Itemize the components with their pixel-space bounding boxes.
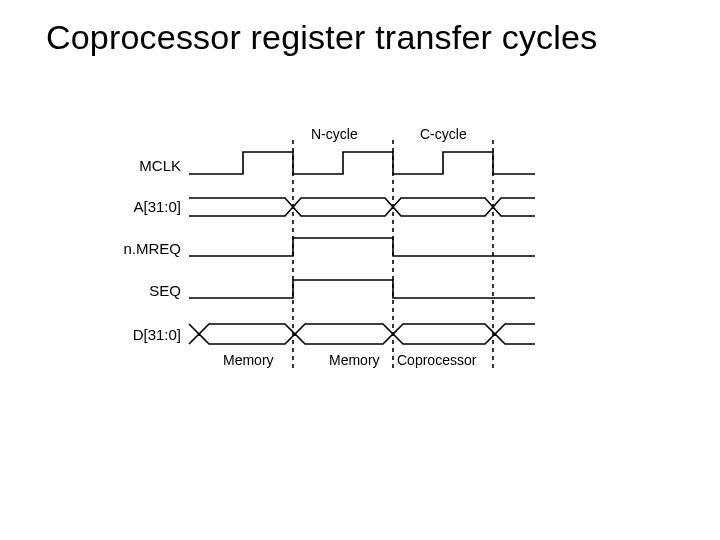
slide-title: Coprocessor register transfer cycles xyxy=(46,18,597,57)
timing-svg xyxy=(115,140,605,380)
timing-diagram: N-cycle C-cycle MCLK A[31:0] n.MREQ SEQ … xyxy=(115,140,605,400)
